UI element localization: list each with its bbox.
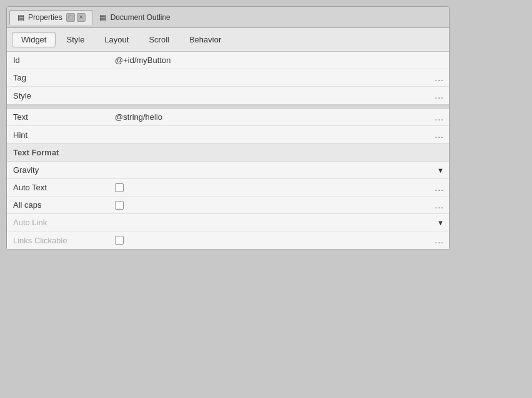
label-hint: Hint (7, 127, 110, 143)
label-gravity: Gravity (7, 162, 110, 178)
tab-style[interactable]: Style (57, 32, 94, 47)
tab-behavior[interactable]: Behavior (180, 32, 230, 47)
tab-layout-label: Layout (104, 35, 129, 44)
value-tag[interactable]: ... (110, 70, 449, 86)
all-caps-dots[interactable]: ... (435, 200, 444, 210)
value-auto-link[interactable]: ▼ (110, 216, 449, 230)
tab-scroll[interactable]: Scroll (139, 32, 179, 47)
tab-widget-label: Widget (21, 35, 46, 44)
text-value-text: @string/hello (115, 112, 162, 122)
tab-document-label: Document Outline (111, 13, 170, 22)
prop-row-text: Text @string/hello ... (7, 109, 449, 126)
id-value-text: @+id/myButton (115, 56, 170, 65)
prop-row-style: Style ... (7, 87, 449, 104)
tab-scroll-label: Scroll (149, 35, 169, 44)
value-all-caps: ... (110, 197, 449, 213)
text-format-label: Text Format (13, 148, 59, 157)
close-button[interactable]: × (77, 13, 86, 22)
properties-icon: ▤ (16, 13, 25, 22)
prop-row-gravity: Gravity ▼ (7, 162, 449, 179)
text-section: Text @string/hello ... Hint ... (7, 109, 449, 144)
value-hint[interactable]: ... (110, 127, 449, 143)
text-format-header: Text Format (7, 144, 449, 162)
prop-row-auto-link: Auto Link ▼ (7, 214, 449, 231)
panel-container: ▤ Properties □ × ▤ Document Outline Widg… (6, 6, 450, 250)
hint-dots[interactable]: ... (435, 130, 444, 140)
tab-document-outline[interactable]: ▤ Document Outline (92, 11, 177, 24)
properties-content: Id @+id/myButton Tag ... Style ... (7, 52, 449, 250)
prop-row-links-clickable: Links Clickable ... (7, 231, 449, 249)
tab-layout[interactable]: Layout (95, 32, 138, 47)
prop-row-tag: Tag ... (7, 69, 449, 87)
links-clickable-checkbox[interactable] (115, 236, 124, 245)
value-style[interactable]: ... (110, 87, 449, 104)
minimize-button[interactable]: □ (66, 13, 75, 22)
tab-bar: ▤ Properties □ × ▤ Document Outline (7, 7, 449, 28)
label-tag: Tag (7, 70, 110, 85)
all-caps-checkbox[interactable] (115, 201, 124, 210)
label-text: Text (7, 109, 110, 125)
label-auto-link: Auto Link (7, 215, 110, 230)
style-dots[interactable]: ... (435, 90, 444, 100)
basic-section: Id @+id/myButton Tag ... Style ... (7, 52, 449, 105)
label-all-caps: All caps (7, 197, 110, 213)
value-auto-text: ... (110, 180, 449, 196)
auto-link-dropdown-arrow[interactable]: ▼ (437, 219, 444, 226)
label-id: Id (7, 52, 110, 68)
nav-tabs: Widget Style Layout Scroll Behavior (7, 28, 449, 52)
prop-row-id: Id @+id/myButton (7, 52, 449, 69)
prop-row-all-caps: All caps ... (7, 197, 449, 214)
tab-properties[interactable]: ▤ Properties □ × (9, 10, 92, 25)
value-id[interactable]: @+id/myButton (110, 52, 449, 68)
auto-text-checkbox[interactable] (115, 183, 124, 192)
document-icon: ▤ (99, 13, 107, 22)
tab-behavior-label: Behavior (189, 35, 221, 44)
value-gravity[interactable]: ▼ (110, 163, 449, 177)
value-text[interactable]: @string/hello ... (110, 109, 449, 125)
value-links-clickable: ... (110, 232, 449, 248)
tag-dots[interactable]: ... (435, 73, 444, 83)
prop-row-auto-text: Auto Text ... (7, 179, 449, 197)
prop-row-hint: Hint ... (7, 126, 449, 143)
links-clickable-dots[interactable]: ... (435, 235, 444, 245)
label-style: Style (7, 88, 110, 104)
tab-widget[interactable]: Widget (12, 32, 56, 47)
tab-style-label: Style (66, 35, 84, 44)
tab-properties-label: Properties (28, 13, 62, 22)
text-dots[interactable]: ... (435, 112, 444, 122)
label-auto-text: Auto Text (7, 180, 110, 195)
gravity-dropdown-arrow[interactable]: ▼ (437, 167, 444, 174)
text-format-section: Text Format Gravity ▼ Auto Text ... All … (7, 144, 449, 250)
auto-text-dots[interactable]: ... (435, 183, 444, 193)
label-links-clickable: Links Clickable (7, 233, 110, 248)
